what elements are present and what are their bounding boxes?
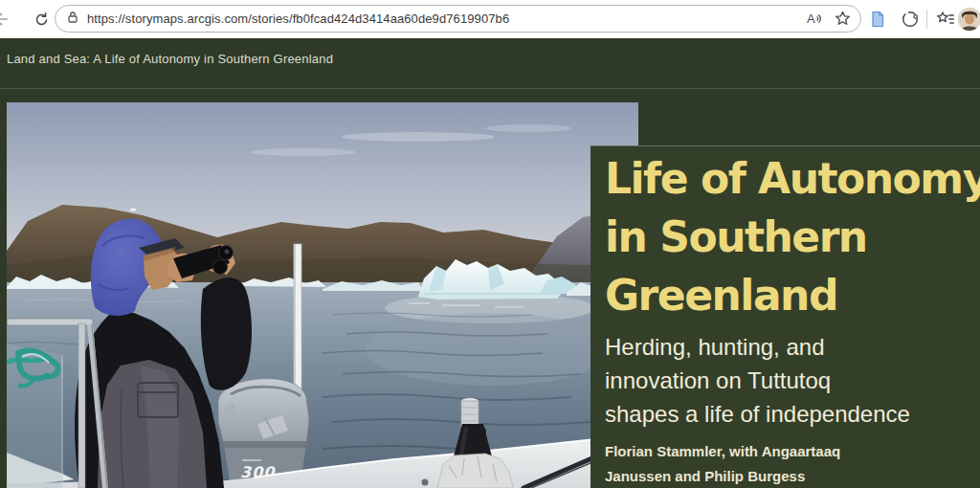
svg-text:A: A — [807, 11, 815, 26]
cover-title-panel: Life of Autonomy in Southern Greenland H… — [590, 145, 980, 488]
cover-title-line: Life of Autonomy — [605, 149, 972, 208]
reading-list-button[interactable] — [867, 9, 888, 30]
address-bar[interactable]: https://storymaps.arcgis.com/stories/fb0… — [55, 5, 861, 33]
back-button[interactable] — [0, 9, 11, 30]
cover-title-line: in Southern — [605, 208, 972, 266]
cover-title: Life of Autonomy in Southern Greenland — [605, 149, 972, 324]
back-arrow-icon — [0, 10, 11, 29]
cookie-button[interactable] — [900, 9, 921, 30]
blue-document-icon — [868, 10, 887, 29]
url-text[interactable]: https://storymaps.arcgis.com/stories/fb0… — [87, 11, 797, 26]
browser-toolbar: https://storymaps.arcgis.com/stories/fb0… — [0, 0, 980, 38]
cookie-icon — [901, 10, 920, 29]
browser-window: https://storymaps.arcgis.com/stories/fb0… — [0, 0, 980, 488]
cover-byline: Florian Stammler, with Angaartaaq Januss… — [605, 439, 972, 488]
read-aloud-button[interactable]: A — [804, 9, 825, 30]
cover-subtitle: Herding, hunting, and innovation on Tutt… — [605, 330, 972, 431]
refresh-icon — [33, 11, 51, 29]
toolbar-divider — [926, 10, 927, 29]
profile-avatar[interactable] — [958, 8, 980, 31]
cover-photo: 300 — [7, 102, 638, 488]
cover-title-line: Greenland — [605, 266, 972, 324]
favorite-star-button[interactable] — [832, 9, 853, 30]
storymap-page: Land and Sea: A Life of Autonomy in Sout… — [0, 38, 980, 488]
refresh-button[interactable] — [31, 9, 52, 30]
favorites-hub-button[interactable] — [935, 9, 956, 30]
header-divider — [0, 88, 980, 89]
favorites-hub-icon — [936, 10, 955, 29]
lock-icon — [65, 10, 80, 29]
story-header-title: Land and Sea: A Life of Autonomy in Sout… — [7, 52, 333, 66]
